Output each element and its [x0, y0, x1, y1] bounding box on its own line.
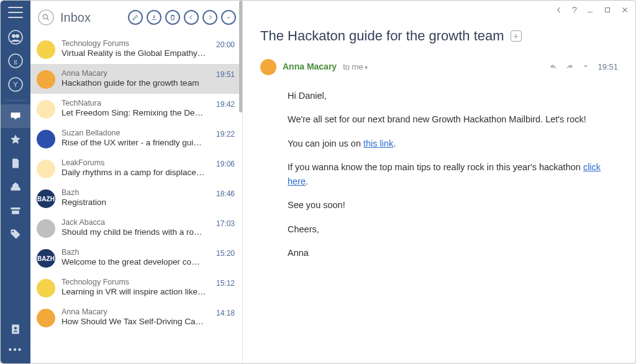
forward-icon[interactable]	[565, 62, 574, 71]
row-time: 19:06	[216, 160, 235, 168]
add-tag-button[interactable]: +	[511, 30, 522, 42]
folder-archive-icon[interactable]	[1, 199, 30, 222]
row-avatar: BAZH	[37, 189, 55, 208]
forward-button[interactable]	[202, 10, 217, 25]
message-row[interactable]: BAZHBazhWelcome to the great developer c…	[30, 243, 242, 273]
row-sender: Bazh	[61, 188, 206, 198]
maximize-icon[interactable]	[603, 6, 612, 14]
folder-drafts-icon[interactable]	[1, 152, 30, 175]
row-subject: Hackathon guide for the growth team	[61, 78, 206, 89]
message-row[interactable]: Anna MacaryHow Should We Tax Self-Drivin…	[30, 303, 242, 332]
svg-point-2	[16, 34, 19, 38]
sender-avatar	[260, 59, 276, 75]
row-avatar	[37, 219, 55, 238]
back-icon[interactable]	[555, 6, 563, 14]
folder-starred-icon[interactable]	[1, 128, 30, 152]
reply-icon[interactable]	[549, 62, 558, 71]
folder-title: Inbox	[60, 11, 91, 25]
row-time: 15:20	[216, 249, 235, 258]
row-time: 19:42	[216, 100, 235, 109]
row-subject: Registration	[61, 198, 206, 208]
addressbook-icon[interactable]	[1, 317, 30, 341]
account-yahoo-icon[interactable]: Y	[1, 73, 30, 96]
row-avatar	[37, 279, 55, 298]
row-text: Suzan BelladoneRise of the UX writer - a…	[61, 129, 206, 148]
body-line: See you soon!	[288, 198, 618, 212]
account-contacts-icon[interactable]	[1, 25, 30, 49]
row-text: Anna MacaryHackathon guide for the growt…	[61, 69, 206, 89]
row-text: Technology ForumsVirtual Reality is the …	[61, 39, 206, 59]
svg-text:g: g	[14, 57, 17, 65]
message-row[interactable]: Technology ForumsLearning in VR will ins…	[30, 273, 242, 303]
row-text: Anna MacaryHow Should We Tax Self-Drivin…	[61, 307, 206, 327]
row-subject: Rise of the UX writer - a friendly guide…	[61, 138, 206, 148]
body-line: Hi Daniel,	[288, 89, 618, 102]
sender-name: Anna Macary	[283, 61, 337, 71]
row-sender: Bazh	[61, 248, 206, 257]
row-time: 19:22	[216, 130, 235, 139]
folder-sent-icon[interactable]	[1, 175, 30, 199]
body-line: If you wanna know the top main tips to r…	[288, 160, 618, 188]
folder-inbox-icon[interactable]	[1, 104, 30, 128]
compose-button[interactable]	[128, 10, 143, 25]
download-button[interactable]	[147, 10, 161, 25]
row-subject: Welcome to the great developer commu…	[61, 257, 206, 268]
list-scrollbar[interactable]	[239, 1, 242, 112]
svg-text:Y: Y	[13, 81, 18, 88]
svg-rect-13	[606, 7, 610, 12]
message-more-icon[interactable]	[581, 62, 590, 71]
message-time: 19:51	[597, 62, 618, 71]
row-time: 18:46	[216, 189, 235, 198]
message-row[interactable]: BAZHBazhRegistration18:46	[30, 183, 242, 213]
row-sender: TechNatura	[61, 99, 206, 108]
account-google-icon[interactable]: g	[1, 49, 30, 73]
message-row[interactable]: Suzan BelladoneRise of the UX writer - a…	[30, 124, 242, 153]
row-time: 15:12	[216, 279, 235, 288]
more-icon[interactable]: •••	[9, 345, 23, 355]
message-row[interactable]: Anna MacaryHackathon guide for the growt…	[30, 64, 242, 94]
row-avatar	[37, 40, 55, 59]
row-avatar	[37, 309, 55, 327]
recipient-label[interactable]: to me▾	[343, 62, 368, 71]
body-line: Cheers,	[288, 222, 618, 236]
rail-separator	[6, 100, 25, 101]
folder-tags-icon[interactable]	[1, 222, 30, 246]
row-avatar	[37, 70, 55, 89]
row-sender: Suzan Belladone	[61, 129, 206, 138]
row-subject: Let Freedom Sing: Remixing the Declarati…	[61, 108, 206, 119]
row-subject: Learning in VR will inspire action like …	[61, 287, 206, 298]
row-subject: How Should We Tax Self-Driving Cars?	[61, 317, 206, 327]
list-toolbar	[128, 10, 236, 25]
reply-button[interactable]	[184, 10, 199, 25]
window-controls: ?	[555, 4, 629, 15]
delete-button[interactable]	[165, 10, 180, 25]
message-row[interactable]: Jack AbaccaShould my child be friends wi…	[30, 213, 242, 243]
row-avatar	[37, 130, 55, 148]
row-sender: Anna Macary	[61, 69, 206, 78]
row-sender: Technology Forums	[61, 278, 206, 287]
body-line: We're all set for our next brand new Gro…	[288, 112, 618, 126]
svg-point-9	[14, 327, 17, 329]
hamburger-icon[interactable]	[8, 7, 23, 18]
minimize-icon[interactable]	[586, 6, 594, 14]
search-button[interactable]	[38, 9, 54, 25]
row-sender: LeakForums	[61, 158, 206, 168]
body-line: Anna	[288, 246, 618, 260]
svg-point-0	[9, 30, 22, 44]
row-text: BazhWelcome to the great developer commu…	[61, 248, 206, 268]
message-row[interactable]: Technology ForumsVirtual Reality is the …	[30, 34, 242, 64]
close-icon[interactable]	[620, 6, 629, 14]
row-subject: Virtual Reality is the Global Empathy Ma…	[61, 48, 206, 59]
message-list-pane: Inbox Technology ForumsVirtual Reality i…	[30, 1, 243, 363]
message-row[interactable]: LeakForumsDaily rhythms in a camp for di…	[30, 153, 242, 183]
svg-point-10	[43, 14, 47, 19]
help-icon[interactable]: ?	[572, 4, 577, 15]
body-link-join[interactable]: this link	[363, 139, 393, 148]
row-text: LeakForumsDaily rhythms in a camp for di…	[61, 158, 206, 178]
row-time: 17:03	[216, 219, 235, 228]
row-text: BazhRegistration	[61, 188, 206, 208]
more-actions-button[interactable]	[221, 10, 236, 25]
message-row[interactable]: TechNaturaLet Freedom Sing: Remixing the…	[30, 94, 242, 124]
svg-line-11	[47, 19, 49, 20]
row-subject: Should my child be friends with a robot…	[61, 227, 206, 238]
